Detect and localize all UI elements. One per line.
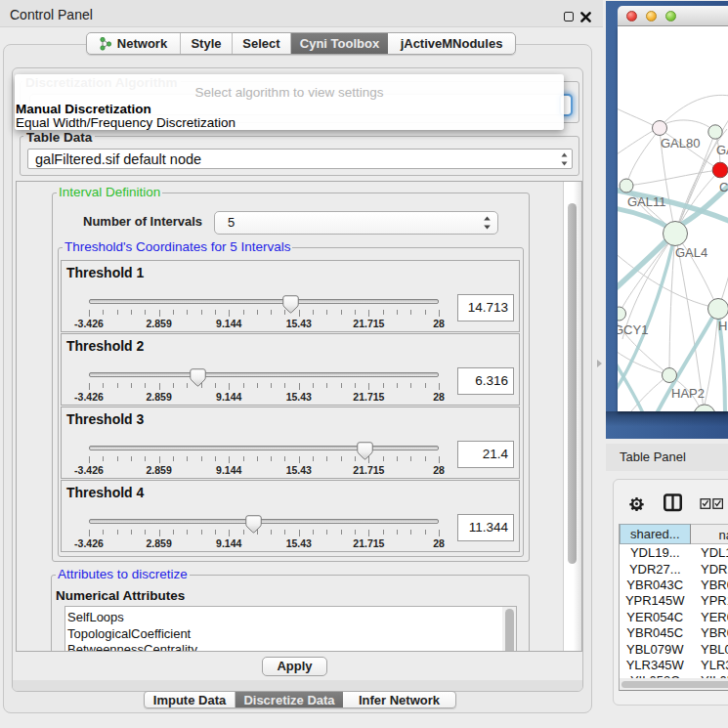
svg-text:GAL11: GAL11	[627, 194, 666, 209]
svg-text:H: H	[718, 319, 727, 333]
svg-text:GAL80: GAL80	[661, 136, 700, 150]
svg-text:GAL4: GAL4	[675, 245, 707, 260]
svg-text:C: C	[719, 180, 728, 194]
svg-text:HAP2: HAP2	[671, 386, 705, 401]
svg-text:GA: GA	[716, 143, 728, 157]
svg-text:GCY1: GCY1	[618, 322, 648, 337]
